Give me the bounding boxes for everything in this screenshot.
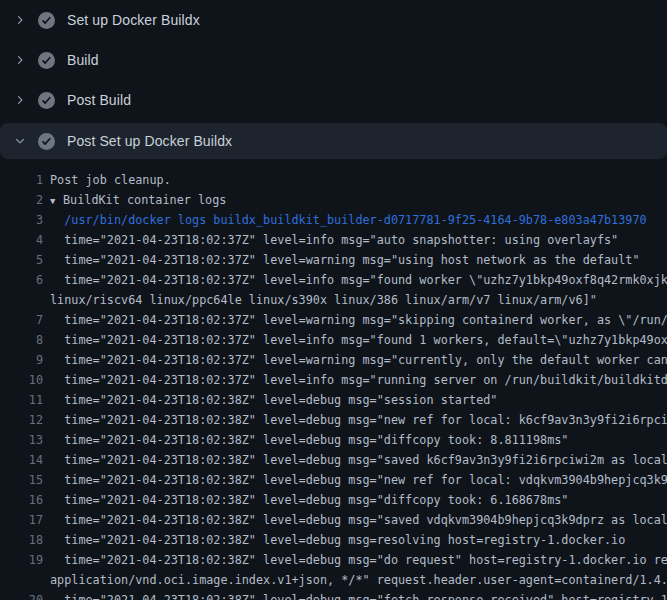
log-line-continuation: application/vnd.oci.image.index.v1+json,… (0, 570, 667, 590)
line-number[interactable]: 20 (0, 590, 43, 600)
check-circle-icon (38, 12, 55, 29)
log-text: time="2021-04-23T18:02:37Z" level=info m… (43, 330, 667, 350)
step-row-set-up-docker-buildx[interactable]: Set up Docker Buildx (0, 0, 667, 40)
line-number (0, 570, 43, 590)
check-circle-icon (38, 52, 55, 69)
chevron-down-icon (12, 133, 28, 149)
line-number[interactable]: 6 (0, 270, 43, 290)
log-text: time="2021-04-23T18:02:38Z" level=debug … (43, 390, 497, 410)
log-text: ▼BuildKit container logs (43, 190, 226, 210)
log-text: time="2021-04-23T18:02:37Z" level=warnin… (43, 310, 667, 330)
log-text: application/vnd.oci.image.index.v1+json,… (43, 570, 667, 590)
step-label: Set up Docker Buildx (67, 12, 200, 28)
log-text: time="2021-04-23T18:02:38Z" level=debug … (43, 550, 667, 570)
log-text: time="2021-04-23T18:02:38Z" level=debug … (43, 510, 667, 530)
line-number[interactable]: 4 (0, 230, 43, 250)
step-row-post-build[interactable]: Post Build (0, 80, 667, 120)
step-label: Post Set up Docker Buildx (67, 133, 232, 149)
log-line: 9 time="2021-04-23T18:02:37Z" level=warn… (0, 350, 667, 370)
line-number[interactable]: 1 (0, 170, 43, 190)
line-number[interactable]: 13 (0, 430, 43, 450)
log-text: time="2021-04-23T18:02:38Z" level=debug … (43, 490, 568, 510)
log-line: 15 time="2021-04-23T18:02:38Z" level=deb… (0, 470, 667, 490)
log-text: time="2021-04-23T18:02:38Z" level=debug … (43, 450, 667, 470)
log-line: 10 time="2021-04-23T18:02:37Z" level=inf… (0, 370, 667, 390)
log-line: 18 time="2021-04-23T18:02:38Z" level=deb… (0, 530, 667, 550)
log-text: time="2021-04-23T18:02:37Z" level=info m… (43, 370, 667, 390)
log-line: 4 time="2021-04-23T18:02:37Z" level=info… (0, 230, 667, 250)
step-label: Build (67, 52, 99, 68)
line-number[interactable]: 16 (0, 490, 43, 510)
line-number[interactable]: 2 (0, 190, 43, 210)
log-line: 6 time="2021-04-23T18:02:37Z" level=info… (0, 270, 667, 290)
log-line-continuation: linux/riscv64 linux/ppc64le linux/s390x … (0, 290, 667, 310)
log-line: 8 time="2021-04-23T18:02:37Z" level=info… (0, 330, 667, 350)
log-text: time="2021-04-23T18:02:38Z" level=debug … (43, 470, 667, 490)
line-number[interactable]: 5 (0, 250, 43, 270)
line-number[interactable]: 19 (0, 550, 43, 570)
line-number[interactable]: 3 (0, 210, 43, 230)
log-line: 5 time="2021-04-23T18:02:37Z" level=warn… (0, 250, 667, 270)
line-number[interactable]: 10 (0, 370, 43, 390)
log-text: time="2021-04-23T18:02:38Z" level=debug … (43, 590, 667, 600)
check-circle-icon (38, 92, 55, 109)
line-number (0, 290, 43, 310)
step-row-build[interactable]: Build (0, 40, 667, 80)
log-line: 1Post job cleanup. (0, 170, 667, 190)
actions-log-viewer: Set up Docker BuildxBuildPost BuildPost … (0, 0, 667, 600)
log-text: Post job cleanup. (43, 170, 171, 190)
chevron-right-icon (12, 12, 28, 28)
log-line: 20 time="2021-04-23T18:02:38Z" level=deb… (0, 590, 667, 600)
log-command-text: /usr/bin/docker logs buildx_buildkit_bui… (43, 210, 647, 230)
log-text: time="2021-04-23T18:02:38Z" level=debug … (43, 530, 625, 550)
log-line: 19 time="2021-04-23T18:02:38Z" level=deb… (0, 550, 667, 570)
log-line: 13 time="2021-04-23T18:02:38Z" level=deb… (0, 430, 667, 450)
line-number[interactable]: 14 (0, 450, 43, 470)
log-text: time="2021-04-23T18:02:37Z" level=warnin… (43, 350, 667, 370)
line-number[interactable]: 8 (0, 330, 43, 350)
log-text: time="2021-04-23T18:02:38Z" level=debug … (43, 410, 667, 430)
line-number[interactable]: 15 (0, 470, 43, 490)
log-line: 11 time="2021-04-23T18:02:38Z" level=deb… (0, 390, 667, 410)
log-text: time="2021-04-23T18:02:37Z" level=warnin… (43, 250, 640, 270)
chevron-right-icon (12, 52, 28, 68)
disclosure-triangle-icon: ▼ (50, 191, 63, 210)
chevron-right-icon (12, 92, 28, 108)
log-group-label: BuildKit container logs (63, 193, 226, 207)
line-number[interactable]: 18 (0, 530, 43, 550)
log-group-row[interactable]: 2▼BuildKit container logs (0, 190, 667, 210)
line-number[interactable]: 17 (0, 510, 43, 530)
log-line: 12 time="2021-04-23T18:02:38Z" level=deb… (0, 410, 667, 430)
log-text: time="2021-04-23T18:02:37Z" level=info m… (43, 230, 618, 250)
step-label: Post Build (67, 92, 131, 108)
step-log-output: 1Post job cleanup.2▼BuildKit container l… (0, 160, 667, 600)
line-number[interactable]: 7 (0, 310, 43, 330)
log-line: 14 time="2021-04-23T18:02:38Z" level=deb… (0, 450, 667, 470)
log-line: 7 time="2021-04-23T18:02:37Z" level=warn… (0, 310, 667, 330)
line-number[interactable]: 9 (0, 350, 43, 370)
log-line: 17 time="2021-04-23T18:02:38Z" level=deb… (0, 510, 667, 530)
log-text: time="2021-04-23T18:02:38Z" level=debug … (43, 430, 568, 450)
log-text: linux/riscv64 linux/ppc64le linux/s390x … (43, 290, 597, 310)
check-circle-icon (38, 133, 55, 150)
log-line: 16 time="2021-04-23T18:02:38Z" level=deb… (0, 490, 667, 510)
log-text: time="2021-04-23T18:02:37Z" level=info m… (43, 270, 667, 290)
workflow-steps-list: Set up Docker BuildxBuildPost BuildPost … (0, 0, 667, 159)
line-number[interactable]: 11 (0, 390, 43, 410)
step-row-post-set-up-docker-buildx[interactable]: Post Set up Docker Buildx (0, 123, 667, 159)
line-number[interactable]: 12 (0, 410, 43, 430)
log-line: 3 /usr/bin/docker logs buildx_buildkit_b… (0, 210, 667, 230)
